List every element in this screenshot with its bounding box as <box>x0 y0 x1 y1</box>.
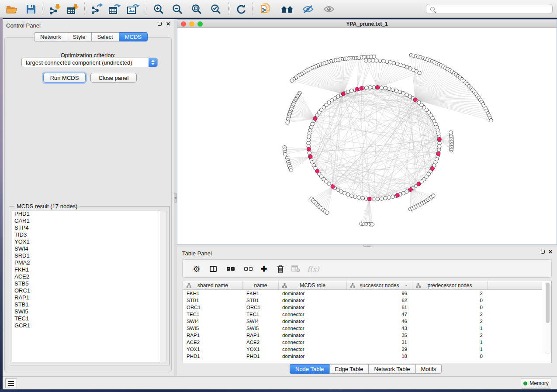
refresh-view-button[interactable] <box>234 2 249 16</box>
mcds-result-item[interactable]: YOX1 <box>12 238 160 245</box>
table-cell: TEC1 <box>243 311 279 318</box>
table-cell: SWI4 <box>183 318 243 325</box>
network-canvas[interactable] <box>177 28 557 244</box>
deselect-all-button[interactable] <box>242 260 254 278</box>
table-cell: ACE2 <box>183 339 243 346</box>
mcds-result-item[interactable]: STB5 <box>12 280 160 287</box>
tab-motifs[interactable]: Motifs <box>415 364 442 374</box>
mcds-result-item[interactable]: SWI5 <box>12 308 160 315</box>
search-input[interactable] <box>435 4 552 14</box>
memory-button[interactable]: Memory <box>521 378 551 389</box>
tab-style[interactable]: Style <box>67 32 91 41</box>
mcds-result-item[interactable]: ACE2 <box>12 273 160 280</box>
close-panel-button[interactable]: Close panel <box>90 73 137 83</box>
table-row[interactable]: FKH1FKH1dominator962 <box>183 290 542 297</box>
tab-network-table[interactable]: Network Table <box>368 364 415 374</box>
mcds-result-item[interactable]: SWI4 <box>12 245 160 252</box>
table-cell: 1 <box>412 346 488 353</box>
copy-network-button[interactable] <box>258 2 273 16</box>
tab-mcds[interactable]: MCDS <box>119 32 148 41</box>
tab-network[interactable]: Network <box>34 32 67 41</box>
export-image-button[interactable] <box>126 2 141 16</box>
control-panel-title: Control Panel <box>6 21 41 29</box>
column-header-name[interactable]: name <box>243 281 279 290</box>
zoom-out-button[interactable] <box>170 2 185 16</box>
import-network-button[interactable] <box>48 2 62 16</box>
mcds-result-item[interactable]: PMA2 <box>12 259 160 266</box>
table-row[interactable]: RAP1RAP1dominator352 <box>183 332 542 339</box>
zoom-in-icon <box>153 4 164 14</box>
column-header-successor-nodes[interactable]: successor nodes⌄ <box>347 281 412 290</box>
column-header-shared-name[interactable]: shared name <box>183 281 243 290</box>
mcds-result-item[interactable]: TEC1 <box>12 315 160 322</box>
table-settings-button[interactable]: ⚙ <box>191 260 202 278</box>
add-column-button[interactable]: ✚ <box>259 260 269 278</box>
open-session-button[interactable] <box>4 2 19 16</box>
float-panel-icon[interactable] <box>541 250 545 254</box>
table-row[interactable]: TEC1TEC1connector472 <box>183 311 542 318</box>
tab-select[interactable]: Select <box>91 32 119 41</box>
mcds-result-item[interactable]: GCR1 <box>12 322 160 329</box>
table-cell: 31 <box>347 339 412 346</box>
table-cell: ACE2 <box>243 339 279 346</box>
table-row[interactable]: YOX1YOX1connector291 <box>183 346 542 353</box>
close-panel-icon[interactable]: ✕ <box>166 22 170 26</box>
zoom-selected-button[interactable] <box>208 2 223 16</box>
zoom-fit-button[interactable] <box>189 2 204 16</box>
table-row[interactable]: ORC1ORC1dominator610 <box>183 304 542 311</box>
mcds-result-list[interactable]: PHD1CAR1STP4TID3YOX1SWI4SRD1PMA2FKH1ACE2… <box>12 210 161 362</box>
column-header-MCDS-role[interactable]: MCDS role <box>279 281 347 290</box>
mcds-result-item[interactable]: RAP1 <box>12 294 160 301</box>
save-session-button[interactable] <box>24 2 38 16</box>
refresh-view-icon <box>235 4 247 14</box>
delete-column-button[interactable] <box>275 260 286 278</box>
table-cell: SWI5 <box>243 325 279 332</box>
table-row[interactable]: STB1STB1dominator620 <box>183 297 542 304</box>
mcds-result-item[interactable]: PHD1 <box>12 210 160 217</box>
delete-table-button[interactable] <box>290 260 301 278</box>
zoom-in-button[interactable] <box>151 2 166 16</box>
table-cell: ORC1 <box>183 304 243 311</box>
tab-edge-table[interactable]: Edge Table <box>329 364 369 374</box>
column-label: successor nodes <box>360 282 399 289</box>
table-cell: YOX1 <box>183 346 243 353</box>
mcds-result-item[interactable]: ORC1 <box>12 287 160 294</box>
show-columns-button[interactable] <box>208 260 218 278</box>
mcds-result-item[interactable]: CAR1 <box>12 217 160 224</box>
show-all-button[interactable] <box>322 2 336 16</box>
run-mcds-button[interactable]: Run MCDS <box>43 73 86 83</box>
hide-selected-button[interactable] <box>301 2 315 16</box>
first-neighbors-button[interactable] <box>280 2 294 16</box>
optimization-select[interactable]: largest connected component (undirected) <box>21 58 158 67</box>
tab-node-table[interactable]: Node Table <box>290 364 329 374</box>
export-table-button[interactable] <box>107 2 122 16</box>
function-builder-button[interactable]: f(x) <box>306 260 321 278</box>
first-neighbors-icon <box>280 4 294 14</box>
mcds-result-item[interactable]: STP4 <box>12 224 160 231</box>
close-panel-icon[interactable]: ✕ <box>548 250 553 254</box>
mcds-result-item[interactable]: STB1 <box>12 301 160 308</box>
unchecked-box-icon <box>244 267 248 271</box>
table-row[interactable]: PHD1PHD1dominator180 <box>183 353 542 360</box>
column-header-predecessor-nodes[interactable]: predecessor nodes <box>412 281 488 290</box>
table-cell: 2 <box>412 311 488 318</box>
mcds-list-scrollbar[interactable] <box>160 210 166 362</box>
table-scrollbar[interactable] <box>545 282 550 354</box>
task-history-button[interactable] <box>5 378 17 388</box>
export-network-button[interactable] <box>90 2 104 16</box>
table-row[interactable]: ACE2ACE2connector311 <box>183 339 542 346</box>
float-panel-icon[interactable] <box>158 22 162 26</box>
memory-label: Memory <box>529 380 548 386</box>
mcds-result-item[interactable]: FKH1 <box>12 266 160 273</box>
scrollbar-thumb[interactable] <box>546 283 550 323</box>
select-all-button[interactable]: ✓ ✓ <box>225 260 236 278</box>
mcds-result-item[interactable]: SRD1 <box>12 252 160 259</box>
import-table-button[interactable] <box>66 2 80 16</box>
table-row[interactable]: SWI4SWI4dominator462 <box>183 318 542 325</box>
table-row[interactable]: SWI5SWI5connector431 <box>183 325 542 332</box>
vertical-splitter[interactable]: ◂▸ <box>174 19 177 376</box>
network-window-titlebar[interactable]: YPA_prune.txt_1 <box>177 20 557 28</box>
mcds-result-item[interactable]: TID3 <box>12 231 160 238</box>
open-session-icon <box>6 4 17 14</box>
splitter-handle-icon[interactable]: ◂▸ <box>174 193 177 203</box>
